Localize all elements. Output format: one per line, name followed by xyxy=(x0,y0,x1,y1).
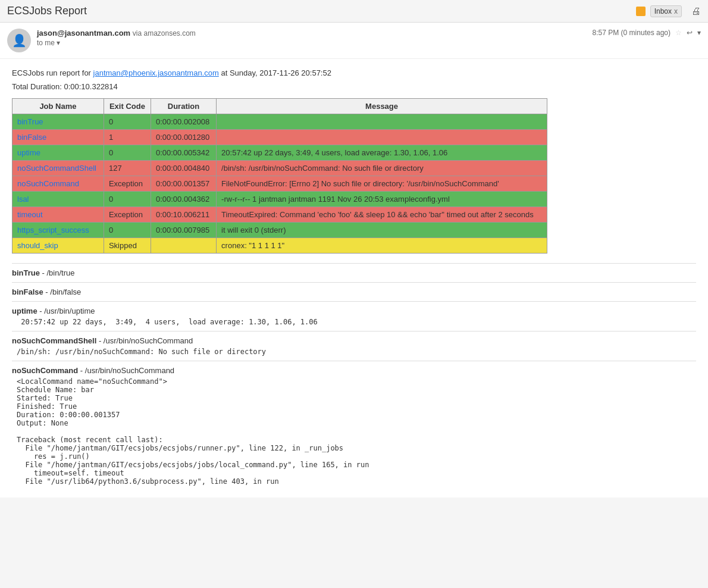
duration-cell: 0:00:00.001357 xyxy=(151,176,216,192)
message-cell: -rw-r--r-- 1 jantman jantman 1191 Nov 26… xyxy=(217,192,547,207)
email-meta: 👤 jason@jasonantman.com via amazonses.co… xyxy=(0,23,708,59)
job-detail-section: uptime - /usr/bin/uptime 20:57:42 up 22 … xyxy=(12,306,696,326)
to-me-line: to me ▾ xyxy=(37,39,593,47)
table-row: binTrue00:00:00.002008 xyxy=(12,114,547,130)
email-body: ECSJobs run report for jantman@phoenix.j… xyxy=(0,59,708,498)
job-detail-name: binTrue xyxy=(12,268,40,277)
duration-cell: 0:00:00.002008 xyxy=(151,114,216,130)
sender-via-text: via amazonses.com xyxy=(133,29,196,37)
to-me-dropdown-icon[interactable]: ▾ xyxy=(57,39,60,47)
job-name-cell: uptime xyxy=(12,145,104,161)
job-output: <LocalCommand name="noSuchCommand"> Sche… xyxy=(17,377,696,486)
job-name-link[interactable]: noSuchCommand xyxy=(17,179,79,188)
table-row: timeoutException0:00:10.006211TimeoutExp… xyxy=(12,207,547,223)
job-detail-cmd: - /bin/false xyxy=(43,287,82,296)
job-detail-section: binFalse - /bin/false xyxy=(12,287,696,296)
exit-code-cell: 0 xyxy=(104,114,151,130)
section-divider xyxy=(12,263,696,264)
job-name-cell: should_skip xyxy=(12,238,104,254)
job-detail-section: binTrue - /bin/true xyxy=(12,268,696,277)
table-row: https_script_success00:00:00.007985it wi… xyxy=(12,223,547,238)
exit-code-cell: Exception xyxy=(104,207,151,223)
job-name-cell: noSuchCommandShell xyxy=(12,161,104,176)
sender-name-line: jason@jasonantman.com via amazonses.com xyxy=(37,29,593,37)
job-name-link[interactable]: should_skip xyxy=(17,241,58,250)
job-detail-title: noSuchCommandShell - /usr/bin/noSuchComm… xyxy=(12,336,696,345)
message-cell: TimeoutExpired: Command 'echo 'foo' && s… xyxy=(217,207,547,223)
job-detail-cmd: - /usr/bin/uptime xyxy=(37,306,95,315)
email-header-bar: ECSJobs Report Inbox x 🖨 xyxy=(0,0,708,23)
job-detail-title: binTrue - /bin/true xyxy=(12,268,696,277)
duration-cell: 0:00:00.005342 xyxy=(151,145,216,161)
email-subject: ECSJobs Report xyxy=(7,5,631,17)
job-name-link[interactable]: noSuchCommandShell xyxy=(17,164,96,173)
total-duration: Total Duration: 0:00:10.322814 xyxy=(12,82,696,91)
sender-info: jason@jasonantman.com via amazonses.com … xyxy=(37,29,593,47)
job-detail-name: noSuchCommand xyxy=(12,366,78,375)
col-header-exit-code: Exit Code xyxy=(104,99,151,114)
avatar: 👤 xyxy=(7,29,31,52)
message-cell: FileNotFoundError: [Errno 2] No such fil… xyxy=(217,176,547,192)
job-name-link[interactable]: binTrue xyxy=(17,117,43,126)
job-name-cell: binFalse xyxy=(12,130,104,145)
job-detail-cmd: - /usr/bin/noSuchCommand xyxy=(78,366,174,375)
message-cell: /bin/sh: /usr/bin/noSuchCommand: No such… xyxy=(217,161,547,176)
duration-cell xyxy=(151,238,216,254)
col-header-job-name: Job Name xyxy=(12,99,104,114)
intro-text: ECSJobs run report for jantman@phoenix.j… xyxy=(12,68,696,77)
duration-cell: 0:00:00.001280 xyxy=(151,130,216,145)
inbox-close-icon[interactable]: x xyxy=(674,7,678,15)
inbox-label: Inbox xyxy=(654,7,672,15)
more-actions-icon[interactable]: ▾ xyxy=(697,29,701,37)
inbox-tag[interactable]: Inbox x xyxy=(650,5,682,17)
table-row: lsal00:00:00.004362-rw-r--r-- 1 jantman … xyxy=(12,192,547,207)
job-detail-name: binFalse xyxy=(12,287,43,296)
print-icon[interactable]: 🖨 xyxy=(691,6,701,17)
timestamp-area: 8:57 PM (0 minutes ago) ☆ ↩ ▾ xyxy=(593,29,701,37)
duration-cell: 0:00:00.007985 xyxy=(151,223,216,238)
table-row: noSuchCommandException0:00:00.001357File… xyxy=(12,176,547,192)
table-row: binFalse10:00:00.001280 xyxy=(12,130,547,145)
report-table: Job Name Exit Code Duration Message binT… xyxy=(12,98,547,254)
job-name-link[interactable]: timeout xyxy=(17,210,43,219)
exit-code-cell: 0 xyxy=(104,223,151,238)
star-icon[interactable]: ☆ xyxy=(675,29,682,37)
exit-code-cell: 127 xyxy=(104,161,151,176)
exit-code-cell: 0 xyxy=(104,192,151,207)
label-tag-icon[interactable] xyxy=(636,7,646,16)
job-detail-section: noSuchCommandShell - /usr/bin/noSuchComm… xyxy=(12,336,696,356)
col-header-duration: Duration xyxy=(151,99,216,114)
job-name-cell: https_script_success xyxy=(12,223,104,238)
table-header-row: Job Name Exit Code Duration Message xyxy=(12,99,547,114)
job-name-cell: binTrue xyxy=(12,114,104,130)
job-detail-title: noSuchCommand - /usr/bin/noSuchCommand xyxy=(12,366,696,375)
job-name-cell: timeout xyxy=(12,207,104,223)
job-detail-cmd: - /usr/bin/noSuchCommand xyxy=(96,336,193,345)
exit-code-cell: Exception xyxy=(104,176,151,192)
job-detail-title: binFalse - /bin/false xyxy=(12,287,696,296)
table-row: uptime00:00:00.00534220:57:42 up 22 days… xyxy=(12,145,547,161)
message-cell: cronex: "1 1 1 1 1" xyxy=(217,238,547,254)
job-name-link[interactable]: uptime xyxy=(17,148,40,157)
job-detail-title: uptime - /usr/bin/uptime xyxy=(12,306,696,315)
job-name-link[interactable]: https_script_success xyxy=(17,226,89,234)
section-divider xyxy=(12,301,696,302)
exit-code-cell: 1 xyxy=(104,130,151,145)
recipient-email-link[interactable]: jantman@phoenix.jasonantman.com xyxy=(93,68,219,77)
duration-cell: 0:00:10.006211 xyxy=(151,207,216,223)
job-name-link[interactable]: lsal xyxy=(17,195,29,204)
duration-cell: 0:00:00.004840 xyxy=(151,161,216,176)
sender-name: jason@jasonantman.com xyxy=(37,29,130,37)
table-row: noSuchCommandShell1270:00:00.004840/bin/… xyxy=(12,161,547,176)
reply-icon[interactable]: ↩ xyxy=(687,29,693,37)
job-name-link[interactable]: binFalse xyxy=(17,133,46,142)
duration-cell: 0:00:00.004362 xyxy=(151,192,216,207)
job-detail-name: noSuchCommandShell xyxy=(12,336,96,345)
section-divider xyxy=(12,282,696,283)
col-header-message: Message xyxy=(217,99,547,114)
exit-code-cell: 0 xyxy=(104,145,151,161)
section-divider xyxy=(12,331,696,331)
section-divider xyxy=(12,361,696,361)
job-output: /bin/sh: /usr/bin/noSuchCommand: No such… xyxy=(17,348,696,356)
message-cell: 20:57:42 up 22 days, 3:49, 4 users, load… xyxy=(217,145,547,161)
